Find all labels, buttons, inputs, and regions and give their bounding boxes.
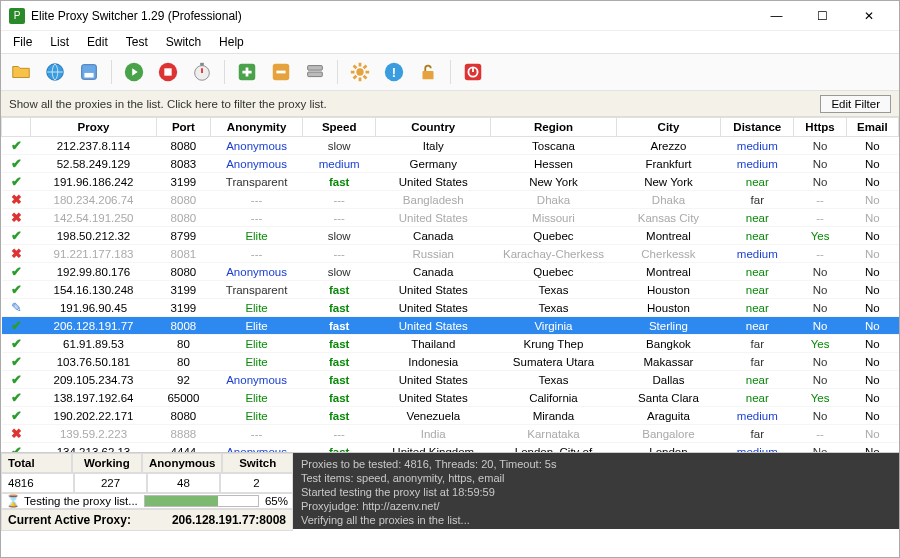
check-icon: ✔ [11, 372, 22, 387]
proxy-table: ProxyPortAnonymitySpeedCountryRegionCity… [1, 117, 899, 452]
remove-icon[interactable] [267, 58, 295, 86]
stopwatch-icon[interactable] [188, 58, 216, 86]
titlebar: P Elite Proxy Switcher 1.29 (Professiona… [1, 1, 899, 31]
column-header[interactable]: Speed [303, 118, 376, 137]
svg-text:!: ! [392, 65, 396, 80]
gear-icon[interactable] [346, 58, 374, 86]
proxy-table-wrap: ProxyPortAnonymitySpeedCountryRegionCity… [1, 117, 899, 453]
table-row[interactable]: ✖139.59.2.2238888------IndiaKarnatakaBan… [2, 425, 899, 443]
stats-panel: TotalWorkingAnonymousSwitch 4816227482 ⌛… [1, 453, 293, 529]
active-proxy-label: Current Active Proxy: [8, 513, 172, 527]
svg-rect-11 [308, 72, 323, 77]
stop-icon[interactable] [154, 58, 182, 86]
eyedropper-icon: ✎ [11, 300, 22, 315]
column-header[interactable]: Https [794, 118, 846, 137]
stats-value: 4816 [1, 473, 74, 493]
table-row[interactable]: ✖142.54.191.2508080------United StatesMi… [2, 209, 899, 227]
folder-open-icon[interactable] [7, 58, 35, 86]
globe-icon[interactable] [41, 58, 69, 86]
progress-percent: 65% [265, 495, 288, 507]
column-header[interactable]: Region [491, 118, 616, 137]
column-header[interactable]: Proxy [31, 118, 156, 137]
stats-header: Total [1, 453, 72, 473]
app-icon: P [9, 8, 25, 24]
table-row[interactable]: ✔154.16.130.2483199TransparentfastUnited… [2, 281, 899, 299]
hourglass-icon: ⌛ [6, 494, 20, 508]
stats-header: Anonymous [142, 453, 222, 473]
column-header[interactable]: City [616, 118, 721, 137]
table-row[interactable]: ✔198.50.212.328799EliteslowCanadaQuebecM… [2, 227, 899, 245]
svg-point-6 [195, 66, 210, 81]
svg-rect-7 [200, 63, 204, 66]
log-panel[interactable]: Proxies to be tested: 4816, Threads: 20,… [293, 453, 899, 529]
table-body: ✔212.237.8.1148080AnonymousslowItalyTosc… [2, 137, 899, 453]
table-row[interactable]: ✖91.221.177.1838081------RussianKarachay… [2, 245, 899, 263]
table-row[interactable]: ✔61.91.89.5380ElitefastThailandKrung The… [2, 335, 899, 353]
menu-file[interactable]: File [5, 33, 40, 51]
cross-icon: ✖ [11, 246, 22, 261]
table-row[interactable]: ✔206.128.191.778008ElitefastUnited State… [2, 317, 899, 335]
table-row[interactable]: ✔209.105.234.7392AnonymousfastUnited Sta… [2, 371, 899, 389]
check-icon: ✔ [11, 318, 22, 333]
stats-value: 48 [147, 473, 220, 493]
menu-test[interactable]: Test [118, 33, 156, 51]
menu-help[interactable]: Help [211, 33, 252, 51]
check-icon: ✔ [11, 390, 22, 405]
table-row[interactable]: ✖180.234.206.748080------BangladeshDhaka… [2, 191, 899, 209]
minimize-button[interactable]: — [754, 2, 799, 30]
menubar: FileListEditTestSwitchHelp [1, 31, 899, 54]
column-header[interactable] [2, 118, 31, 137]
play-icon[interactable] [120, 58, 148, 86]
table-row[interactable]: ✔52.58.249.1298083AnonymousmediumGermany… [2, 155, 899, 173]
table-row[interactable]: ✔192.99.80.1768080AnonymousslowCanadaQue… [2, 263, 899, 281]
check-icon: ✔ [11, 156, 22, 171]
svg-rect-10 [308, 66, 323, 71]
menu-edit[interactable]: Edit [79, 33, 116, 51]
maximize-button[interactable]: ☐ [800, 2, 845, 30]
info-icon[interactable]: ! [380, 58, 408, 86]
column-header[interactable]: Distance [721, 118, 794, 137]
toolbar: ! [1, 54, 899, 91]
add-icon[interactable] [233, 58, 261, 86]
svg-rect-2 [84, 73, 93, 78]
table-row[interactable]: ✔103.76.50.18180ElitefastIndonesiaSumate… [2, 353, 899, 371]
table-row[interactable]: ✔190.202.22.1718080ElitefastVenezuelaMir… [2, 407, 899, 425]
table-row[interactable]: ✔191.96.186.2423199TransparentfastUnited… [2, 173, 899, 191]
cross-icon: ✖ [11, 192, 22, 207]
power-icon[interactable] [459, 58, 487, 86]
stats-value: 227 [74, 473, 147, 493]
column-header[interactable]: Email [846, 118, 898, 137]
proxy-table-scroll[interactable]: ProxyPortAnonymitySpeedCountryRegionCity… [1, 117, 899, 452]
check-icon: ✔ [11, 354, 22, 369]
column-header[interactable]: Country [376, 118, 491, 137]
check-icon: ✔ [11, 174, 22, 189]
cross-icon: ✖ [11, 210, 22, 225]
svg-rect-15 [423, 71, 434, 79]
progress-row: ⌛ Testing the proxy list... 65% [1, 493, 293, 509]
close-button[interactable]: ✕ [846, 2, 891, 30]
save-icon[interactable] [75, 58, 103, 86]
column-header[interactable]: Anonymity [211, 118, 303, 137]
menu-list[interactable]: List [42, 33, 77, 51]
check-icon: ✔ [11, 264, 22, 279]
filter-bar: Show all the proxies in the list. Click … [1, 91, 899, 117]
stats-header: Working [72, 453, 143, 473]
lock-open-icon[interactable] [414, 58, 442, 86]
column-header[interactable]: Port [156, 118, 210, 137]
edit-filter-button[interactable]: Edit Filter [820, 95, 891, 113]
table-row[interactable]: ✎191.96.90.453199ElitefastUnited StatesT… [2, 299, 899, 317]
check-icon: ✔ [11, 228, 22, 243]
active-proxy-row: Current Active Proxy: 206.128.191.77:800… [1, 509, 293, 531]
progress-bar [144, 495, 259, 507]
window-title: Elite Proxy Switcher 1.29 (Professional) [31, 9, 754, 23]
table-row[interactable]: ✔134.213.62.134444AnonymousfastUnited Ki… [2, 443, 899, 453]
table-header-row: ProxyPortAnonymitySpeedCountryRegionCity… [2, 118, 899, 137]
stats-value: 2 [220, 473, 293, 493]
server-icon[interactable] [301, 58, 329, 86]
filter-text[interactable]: Show all the proxies in the list. Click … [9, 98, 820, 110]
table-row[interactable]: ✔138.197.192.6465000ElitefastUnited Stat… [2, 389, 899, 407]
active-proxy-value: 206.128.191.77:8008 [172, 513, 286, 527]
check-icon: ✔ [11, 444, 22, 452]
table-row[interactable]: ✔212.237.8.1148080AnonymousslowItalyTosc… [2, 137, 899, 155]
menu-switch[interactable]: Switch [158, 33, 209, 51]
